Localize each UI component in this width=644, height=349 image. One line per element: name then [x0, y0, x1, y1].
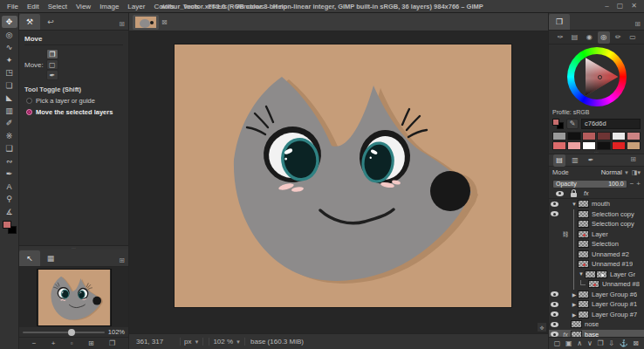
effects-icon[interactable]: fx: [584, 190, 588, 196]
zoom-tool[interactable]: ⚲: [2, 193, 17, 205]
fg-bg-mini-swatch[interactable]: [552, 119, 564, 129]
layer-thumbnail[interactable]: [571, 331, 582, 337]
smudge-tool[interactable]: ∾: [2, 155, 17, 168]
expander-icon[interactable]: ▶: [571, 311, 578, 318]
unit-dropdown[interactable]: px▼: [180, 338, 203, 346]
fuzzy-select-tool[interactable]: ✦: [2, 54, 17, 66]
layer-thumbnail[interactable]: [578, 260, 589, 268]
visibility-cell[interactable]: [549, 291, 560, 297]
shrink-wrap-button[interactable]: ❐: [109, 339, 115, 347]
eye-icon[interactable]: [551, 332, 558, 337]
layer-thumbnail[interactable]: [578, 200, 589, 208]
zoom-100-button[interactable]: ▫: [71, 339, 73, 347]
layer-thumbnail[interactable]: [588, 280, 599, 288]
menu-view[interactable]: View: [72, 2, 94, 11]
layer-row[interactable]: fxbase: [549, 330, 644, 338]
palette-swatch-3[interactable]: [597, 132, 611, 140]
navigate-display-button[interactable]: ✥: [538, 323, 546, 332]
delete-layer-button[interactable]: ⊠: [633, 339, 639, 347]
move-tool[interactable]: ✥: [2, 16, 17, 28]
menu-edit[interactable]: Edit: [24, 2, 43, 11]
move-selection-mode[interactable]: ▢: [46, 59, 58, 70]
fg-mini-swatch[interactable]: [552, 119, 559, 126]
eye-icon[interactable]: [551, 291, 558, 297]
colors-dock-tab[interactable]: ❐: [549, 14, 570, 30]
hue-ring[interactable]: [567, 47, 627, 106]
minimize-button[interactable]: –: [605, 3, 608, 10]
layer-thumbnail[interactable]: [585, 270, 596, 278]
canvas-image[interactable]: [175, 44, 511, 307]
paintbrush-tool[interactable]: ✐: [2, 117, 17, 129]
expander-icon[interactable]: ▶: [571, 301, 578, 307]
radio-icon[interactable]: [26, 109, 32, 115]
palette-swatch-7[interactable]: [567, 141, 581, 150]
colors-tab[interactable]: ◎: [598, 31, 610, 44]
zoom-fit-button[interactable]: ⊞: [88, 339, 94, 347]
palette-swatch-4[interactable]: [612, 132, 626, 140]
maximize-button[interactable]: ▢: [617, 3, 624, 10]
chain-cell[interactable]: ⛓: [560, 231, 571, 237]
visibility-cell[interactable]: [549, 202, 560, 207]
tool-presets-tab[interactable]: ✑: [554, 31, 566, 44]
visibility-cell[interactable]: [549, 302, 560, 307]
image-tab-close-icon[interactable]: ⊠: [161, 18, 168, 26]
palette-swatch-6[interactable]: [552, 141, 566, 150]
layer-row[interactable]: ▶Layer Group #6: [549, 290, 644, 300]
palette-swatch-2[interactable]: [582, 132, 596, 140]
device-status-tab[interactable]: ▤: [569, 31, 581, 44]
clone-tool[interactable]: ❑: [2, 142, 17, 154]
layer-thumbnail[interactable]: [578, 311, 589, 318]
opacity-increase-icon[interactable]: +: [636, 180, 641, 188]
navigation-preview[interactable]: [38, 270, 111, 325]
menu-image[interactable]: Image: [96, 2, 122, 11]
layer-mode-dropdown[interactable]: Normal ▼: [601, 168, 629, 176]
visibility-cell[interactable]: [549, 322, 560, 327]
lower-layer-button[interactable]: ∨: [587, 339, 593, 347]
edit-color-icon[interactable]: ✎: [566, 119, 579, 129]
visibility-cell[interactable]: [549, 211, 560, 216]
menu-file[interactable]: File: [3, 2, 22, 11]
document-history-tab[interactable]: ▭: [627, 31, 639, 44]
radio-icon[interactable]: [26, 98, 32, 104]
zoom-out-button[interactable]: −: [32, 339, 37, 347]
canvas-area[interactable]: ✥: [129, 31, 548, 333]
layer-row[interactable]: ⛓Layer: [549, 229, 644, 240]
image-tab[interactable]: [133, 15, 159, 30]
navigation-menu-icon[interactable]: ⊞: [119, 257, 128, 266]
menu-layer[interactable]: Layer: [124, 2, 148, 11]
eye-icon[interactable]: [551, 311, 558, 317]
transform-tool[interactable]: ❏: [2, 79, 17, 92]
visibility-icon[interactable]: [556, 191, 564, 196]
close-button[interactable]: ✕: [631, 3, 637, 10]
tool-options-menu-icon[interactable]: ⊞: [119, 20, 128, 30]
duplicate-layer-button[interactable]: ❐: [597, 339, 603, 347]
expander-icon[interactable]: ▼: [578, 271, 585, 277]
merge-down-button[interactable]: ⇩: [608, 339, 614, 347]
anchor-layer-button[interactable]: ⚓: [620, 339, 628, 347]
text-tool[interactable]: A: [2, 181, 17, 193]
free-select-tool[interactable]: ∿: [2, 41, 17, 53]
brushes-tab[interactable]: ✏: [612, 31, 624, 44]
eye-icon[interactable]: [551, 202, 558, 207]
layer-row[interactable]: Selection: [549, 239, 644, 250]
eye-icon[interactable]: [551, 211, 558, 216]
mode-switch-icon[interactable]: ◨▾: [632, 169, 641, 176]
dock-menu-icon[interactable]: ⊞: [634, 20, 644, 30]
new-layer-button[interactable]: ▢: [554, 339, 561, 347]
lock-icon[interactable]: [571, 193, 577, 197]
histogram-tab[interactable]: ▦: [40, 250, 61, 266]
move-layer-mode[interactable]: ❐: [46, 49, 58, 59]
paths-tool[interactable]: ✒: [2, 168, 17, 180]
palette-swatch-0[interactable]: [552, 132, 566, 140]
layer-thumbnail[interactable]: [578, 300, 589, 308]
palette-swatch-1[interactable]: [567, 132, 581, 140]
visibility-cell[interactable]: [549, 332, 560, 337]
expander-icon[interactable]: ▼: [571, 202, 578, 207]
eye-icon[interactable]: [551, 322, 558, 327]
visibility-cell[interactable]: [549, 311, 560, 317]
palettes-tab[interactable]: ◉: [583, 31, 595, 44]
chain-cell[interactable]: fx: [560, 332, 571, 337]
opacity-decrease-icon[interactable]: −: [630, 180, 634, 188]
expander-icon[interactable]: ▶: [571, 291, 578, 298]
hex-color-input[interactable]: c76d6d: [581, 119, 641, 129]
